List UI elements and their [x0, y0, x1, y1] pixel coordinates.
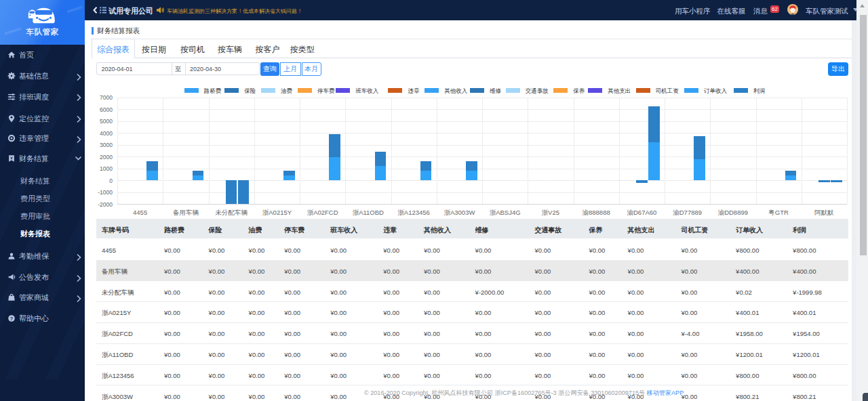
svg-text:?: ? [10, 316, 14, 322]
